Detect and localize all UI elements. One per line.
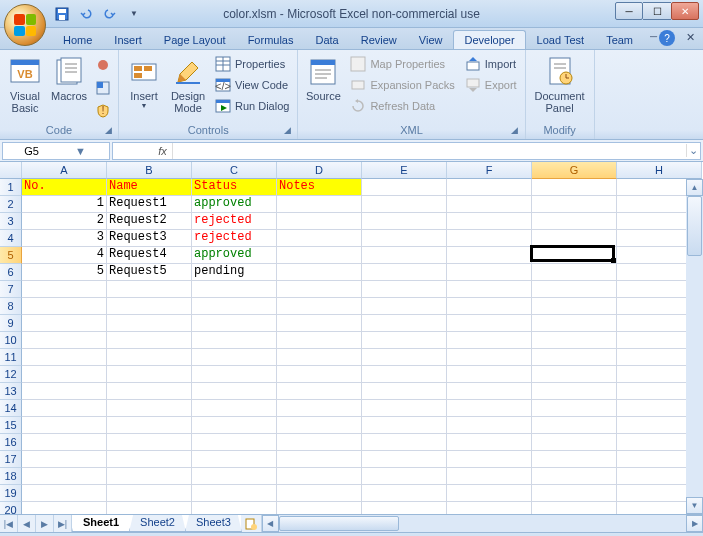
cell[interactable] bbox=[362, 451, 447, 468]
cell[interactable] bbox=[532, 468, 617, 485]
row-header[interactable]: 10 bbox=[0, 332, 22, 349]
cell[interactable] bbox=[447, 298, 532, 315]
name-box[interactable]: G5 ▼ bbox=[2, 142, 110, 160]
cell[interactable]: 4 bbox=[22, 247, 107, 264]
horizontal-scroll-thumb[interactable] bbox=[279, 516, 399, 531]
cell[interactable]: Request4 bbox=[107, 247, 192, 264]
row-header[interactable]: 5 bbox=[0, 247, 22, 264]
tab-load-test[interactable]: Load Test bbox=[526, 30, 596, 49]
cell[interactable] bbox=[532, 196, 617, 213]
cell[interactable] bbox=[22, 417, 107, 434]
cell[interactable] bbox=[277, 247, 362, 264]
sheet-tab[interactable]: Sheet2 bbox=[129, 515, 186, 532]
cell[interactable] bbox=[22, 434, 107, 451]
horizontal-scrollbar[interactable]: ◀ ▶ bbox=[261, 515, 703, 532]
tab-page-layout[interactable]: Page Layout bbox=[153, 30, 237, 49]
worksheet-grid[interactable]: ABCDEFGH1No.NameStatusNotes21Request1app… bbox=[0, 162, 703, 514]
qat-customize-icon[interactable]: ▼ bbox=[124, 4, 144, 24]
cell[interactable] bbox=[277, 468, 362, 485]
cell[interactable] bbox=[532, 230, 617, 247]
cell[interactable] bbox=[192, 332, 277, 349]
cell[interactable] bbox=[532, 434, 617, 451]
row-header[interactable]: 20 bbox=[0, 502, 22, 514]
xml-source-button[interactable]: Source bbox=[302, 54, 344, 104]
cell[interactable] bbox=[447, 349, 532, 366]
cell[interactable] bbox=[22, 315, 107, 332]
column-header[interactable]: F bbox=[447, 162, 532, 179]
row-header[interactable]: 18 bbox=[0, 468, 22, 485]
cell[interactable] bbox=[277, 502, 362, 514]
cell[interactable] bbox=[22, 349, 107, 366]
column-header[interactable]: D bbox=[277, 162, 362, 179]
row-header[interactable]: 13 bbox=[0, 383, 22, 400]
column-header[interactable]: B bbox=[107, 162, 192, 179]
design-mode-button[interactable]: Design Mode bbox=[167, 54, 209, 116]
select-all-corner[interactable] bbox=[0, 162, 22, 179]
cell[interactable] bbox=[22, 400, 107, 417]
vertical-scrollbar[interactable]: ▲ ▼ bbox=[686, 179, 703, 514]
cell[interactable]: Notes bbox=[277, 179, 362, 196]
cell[interactable] bbox=[447, 230, 532, 247]
last-sheet-button[interactable]: ▶| bbox=[54, 515, 72, 532]
cell[interactable] bbox=[362, 468, 447, 485]
cell[interactable]: approved bbox=[192, 196, 277, 213]
cell[interactable] bbox=[362, 264, 447, 281]
column-header[interactable]: A bbox=[22, 162, 107, 179]
row-header[interactable]: 9 bbox=[0, 315, 22, 332]
cell[interactable] bbox=[277, 281, 362, 298]
cell[interactable] bbox=[362, 281, 447, 298]
cell[interactable] bbox=[192, 383, 277, 400]
row-header[interactable]: 8 bbox=[0, 298, 22, 315]
tab-developer[interactable]: Developer bbox=[453, 30, 525, 49]
cell[interactable] bbox=[277, 332, 362, 349]
scroll-down-button[interactable]: ▼ bbox=[686, 497, 703, 514]
cell[interactable] bbox=[107, 332, 192, 349]
cell[interactable] bbox=[107, 281, 192, 298]
cell[interactable] bbox=[277, 349, 362, 366]
cell[interactable] bbox=[107, 451, 192, 468]
tab-data[interactable]: Data bbox=[304, 30, 349, 49]
cell[interactable] bbox=[107, 298, 192, 315]
cell[interactable] bbox=[22, 383, 107, 400]
cell[interactable] bbox=[362, 485, 447, 502]
view-code-button[interactable]: </>View Code bbox=[211, 75, 293, 95]
cell[interactable] bbox=[447, 332, 532, 349]
office-button[interactable] bbox=[4, 4, 46, 46]
cell[interactable] bbox=[532, 417, 617, 434]
cell[interactable]: Request5 bbox=[107, 264, 192, 281]
cell[interactable] bbox=[532, 400, 617, 417]
cell[interactable] bbox=[107, 417, 192, 434]
cell[interactable] bbox=[22, 298, 107, 315]
row-header[interactable]: 3 bbox=[0, 213, 22, 230]
row-header[interactable]: 17 bbox=[0, 451, 22, 468]
cell[interactable] bbox=[447, 400, 532, 417]
xml-launcher-icon[interactable]: ◢ bbox=[509, 125, 521, 137]
cell[interactable] bbox=[532, 179, 617, 196]
cell[interactable] bbox=[22, 281, 107, 298]
sheet-tab[interactable]: Sheet3 bbox=[185, 515, 242, 532]
cell[interactable] bbox=[107, 315, 192, 332]
cell[interactable] bbox=[22, 366, 107, 383]
row-header[interactable]: 2 bbox=[0, 196, 22, 213]
cell[interactable] bbox=[192, 502, 277, 514]
cell[interactable] bbox=[192, 281, 277, 298]
cell[interactable] bbox=[362, 400, 447, 417]
cell[interactable]: approved bbox=[192, 247, 277, 264]
scroll-right-button[interactable]: ▶ bbox=[686, 515, 703, 532]
cell[interactable] bbox=[447, 281, 532, 298]
formula-input[interactable] bbox=[173, 145, 686, 157]
new-sheet-button[interactable] bbox=[241, 515, 261, 532]
formula-expand-icon[interactable]: ⌄ bbox=[686, 144, 700, 157]
undo-icon[interactable] bbox=[76, 4, 96, 24]
close-button[interactable]: ✕ bbox=[671, 2, 699, 20]
cell[interactable] bbox=[107, 468, 192, 485]
minimize-button[interactable]: ─ bbox=[615, 2, 643, 20]
next-sheet-button[interactable]: ▶ bbox=[36, 515, 54, 532]
cell[interactable] bbox=[107, 502, 192, 514]
cell[interactable] bbox=[362, 366, 447, 383]
cell[interactable] bbox=[277, 315, 362, 332]
cell[interactable] bbox=[362, 196, 447, 213]
cell[interactable] bbox=[447, 485, 532, 502]
cell[interactable] bbox=[447, 247, 532, 264]
row-header[interactable]: 14 bbox=[0, 400, 22, 417]
